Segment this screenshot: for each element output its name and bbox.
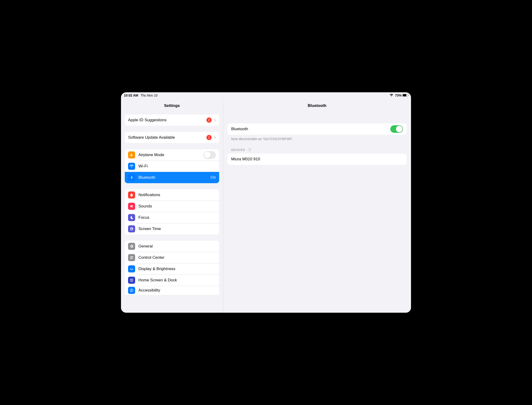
status-bar: 10:02 AM Thu Nov 10 73% bbox=[121, 92, 411, 97]
svg-line-20 bbox=[250, 148, 251, 149]
devices-header: DEVICES bbox=[227, 148, 407, 154]
airplane-icon bbox=[128, 151, 135, 158]
detail-pane: Bluetooth Bluetooth Now discoverable as … bbox=[223, 97, 411, 313]
svg-line-24 bbox=[248, 150, 249, 151]
svg-rect-10 bbox=[130, 279, 131, 279]
accessibility-icon bbox=[128, 287, 135, 294]
bluetooth-label: Bluetooth bbox=[138, 175, 210, 180]
sidebar-item-home-screen-dock[interactable]: Home Screen & Dock bbox=[125, 275, 219, 286]
sidebar-item-wifi[interactable]: Wi-Fi bbox=[125, 161, 219, 172]
sidebar-item-general[interactable]: General bbox=[125, 241, 219, 252]
detail-title: Bluetooth bbox=[223, 97, 411, 114]
screentime-label: Screen Time bbox=[138, 227, 216, 231]
svg-text:AA: AA bbox=[130, 268, 133, 270]
device-name: Miura M010 910 bbox=[231, 157, 403, 162]
sidebar-item-control-center[interactable]: Control Center bbox=[125, 252, 219, 263]
svg-point-7 bbox=[131, 256, 131, 257]
svg-rect-2 bbox=[408, 95, 409, 96]
svg-point-18 bbox=[131, 289, 132, 290]
wifi-icon bbox=[389, 94, 394, 97]
devices-header-label: DEVICES bbox=[231, 148, 245, 152]
svg-rect-15 bbox=[132, 280, 133, 281]
screentime-icon bbox=[128, 225, 135, 232]
software-update-label: Software Update Available bbox=[128, 135, 206, 140]
svg-point-8 bbox=[132, 258, 133, 259]
sidebar-item-bluetooth[interactable]: Bluetooth On bbox=[125, 172, 219, 183]
wifi-icon bbox=[128, 163, 135, 170]
svg-rect-1 bbox=[403, 94, 406, 96]
control-center-icon bbox=[128, 254, 135, 261]
display-label: Display & Brightness bbox=[138, 267, 216, 271]
sounds-label: Sounds bbox=[138, 204, 216, 209]
sidebar-item-display-brightness[interactable]: AA Display & Brightness bbox=[125, 263, 219, 275]
sidebar-title: Settings bbox=[121, 97, 223, 114]
bluetooth-toggle-label: Bluetooth bbox=[231, 127, 390, 131]
sidebar-item-sounds[interactable]: Sounds bbox=[125, 201, 219, 212]
bluetooth-toggle-row[interactable]: Bluetooth bbox=[227, 123, 407, 135]
apple-id-label: Apple ID Suggestions bbox=[128, 118, 206, 122]
bluetooth-value: On bbox=[210, 175, 216, 180]
bluetooth-icon bbox=[128, 174, 135, 181]
sidebar-item-screen-time[interactable]: Screen Time bbox=[125, 223, 219, 235]
general-icon bbox=[128, 243, 135, 250]
sidebar-item-apple-id-suggestions[interactable]: Apple ID Suggestions 2 bbox=[125, 115, 219, 126]
svg-rect-16 bbox=[130, 281, 133, 282]
focus-icon bbox=[128, 214, 135, 221]
svg-rect-14 bbox=[131, 280, 132, 281]
device-row[interactable]: Miura M010 910 bbox=[227, 154, 407, 165]
ipad-settings-window: 10:02 AM Thu Nov 10 73% Settings Apple I… bbox=[121, 92, 411, 313]
discoverable-note: Now discoverable as “GG7CHC9YMF3M”. bbox=[227, 135, 407, 141]
devices-section: Miura M010 910 bbox=[227, 154, 407, 165]
svg-rect-13 bbox=[130, 280, 131, 281]
battery-percent: 73% bbox=[395, 94, 402, 97]
svg-rect-5 bbox=[130, 256, 133, 257]
bluetooth-toggle[interactable] bbox=[390, 125, 403, 133]
svg-line-22 bbox=[250, 150, 251, 151]
general-label: General bbox=[138, 244, 216, 249]
airplane-label: Airplane Mode bbox=[138, 153, 204, 157]
sidebar-item-airplane-mode[interactable]: Airplane Mode bbox=[125, 149, 219, 161]
airplane-toggle[interactable] bbox=[204, 151, 216, 159]
status-time: 10:02 AM bbox=[124, 94, 138, 97]
bluetooth-toggle-section: Bluetooth bbox=[227, 123, 407, 135]
svg-rect-12 bbox=[132, 279, 133, 279]
notifications-label: Notifications bbox=[138, 193, 216, 197]
battery-indicator: 73% bbox=[395, 94, 409, 97]
sounds-icon bbox=[128, 203, 135, 210]
home-screen-label: Home Screen & Dock bbox=[138, 278, 216, 283]
loading-spinner-icon bbox=[247, 148, 251, 152]
focus-label: Focus bbox=[138, 215, 216, 220]
control-center-label: Control Center bbox=[138, 255, 216, 260]
settings-sidebar: Settings Apple ID Suggestions 2 Software… bbox=[121, 97, 223, 313]
accessibility-label: Accessibility bbox=[138, 288, 216, 293]
software-update-badge: 1 bbox=[206, 135, 212, 140]
sidebar-item-notifications[interactable]: Notifications bbox=[125, 189, 219, 201]
apple-id-badge: 2 bbox=[206, 117, 212, 123]
wifi-label: Wi-Fi bbox=[138, 164, 216, 169]
sidebar-item-software-update[interactable]: Software Update Available 1 bbox=[125, 132, 219, 143]
sidebar-item-accessibility[interactable]: Accessibility bbox=[125, 286, 219, 295]
status-date: Thu Nov 10 bbox=[140, 94, 158, 97]
display-icon: AA bbox=[128, 265, 135, 272]
sidebar-item-focus[interactable]: Focus bbox=[125, 212, 219, 223]
chevron-right-icon bbox=[214, 118, 216, 122]
svg-rect-11 bbox=[131, 279, 132, 279]
chevron-right-icon bbox=[214, 136, 216, 139]
notifications-icon bbox=[128, 191, 135, 198]
svg-line-26 bbox=[248, 148, 249, 149]
home-screen-icon bbox=[128, 277, 135, 284]
svg-rect-6 bbox=[130, 258, 133, 259]
